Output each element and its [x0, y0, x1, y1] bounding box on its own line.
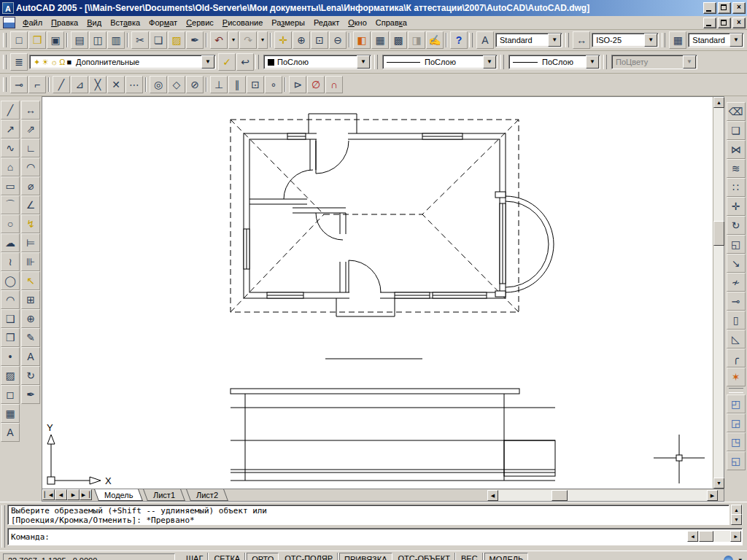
- cut-button[interactable]: ✂: [131, 31, 149, 49]
- send-to-back-button[interactable]: ◲: [727, 413, 746, 432]
- toolbar-grip[interactable]: [500, 55, 504, 69]
- dim-baseline-button[interactable]: ⊨: [21, 233, 40, 252]
- paste-button[interactable]: ▨: [168, 31, 185, 49]
- toggle-otrack[interactable]: ОТС-ОБЪЕКТ: [394, 553, 455, 560]
- dim-edit-button[interactable]: ✎: [21, 328, 40, 347]
- help-button[interactable]: ?: [450, 31, 468, 49]
- snap-node-button[interactable]: ∘: [265, 76, 282, 93]
- snap-from-button[interactable]: ⌐: [28, 76, 46, 93]
- dim-diameter-button[interactable]: ⌀: [21, 176, 40, 195]
- publish-button[interactable]: ▥: [107, 31, 125, 49]
- toolbar-grip[interactable]: [3, 55, 7, 69]
- toolbar-grip[interactable]: [662, 33, 665, 47]
- temp-track-point-button[interactable]: ⊸: [10, 76, 28, 93]
- chamfer-button[interactable]: ◺: [727, 330, 746, 349]
- dim-style-button[interactable]: ✒: [21, 385, 40, 404]
- menu-dimension[interactable]: Размеры: [267, 17, 309, 28]
- arc-button[interactable]: ⌒: [1, 195, 20, 214]
- restore-button[interactable]: [718, 2, 731, 14]
- chevron-down-icon[interactable]: ▼: [357, 55, 370, 69]
- toggle-osnap[interactable]: ПРИВЯЗКА: [339, 553, 392, 560]
- layer-previous-button[interactable]: ↩: [236, 53, 254, 71]
- save-button[interactable]: ▣: [47, 31, 64, 49]
- snap-none-button[interactable]: ∅: [307, 76, 325, 93]
- lineweight-combo[interactable]: ПоСлою ▼: [508, 55, 600, 69]
- properties-button[interactable]: ◧: [353, 31, 371, 49]
- print-button[interactable]: ▤: [71, 31, 88, 49]
- polygon-button[interactable]: ⌂: [1, 158, 20, 176]
- move-button[interactable]: ✛: [727, 197, 746, 216]
- print-preview-button[interactable]: ◫: [89, 31, 107, 49]
- revcloud-button[interactable]: ☁: [1, 233, 20, 252]
- tab-layout2[interactable]: Лист2: [186, 489, 228, 501]
- horizontal-scrollbar[interactable]: ◀ ▶: [487, 490, 718, 501]
- mdi-minimize-button[interactable]: [703, 18, 716, 28]
- command-scroll-thumb[interactable]: [699, 531, 713, 542]
- array-button[interactable]: ∷: [727, 178, 746, 197]
- chevron-down-icon[interactable]: ▼: [548, 34, 561, 47]
- toolbar-grip[interactable]: [603, 55, 607, 69]
- drawing-canvas[interactable]: Y X: [42, 97, 713, 489]
- layer-manager-button[interactable]: ≣: [10, 53, 28, 71]
- fillet-button[interactable]: ╭: [727, 349, 746, 368]
- table-style-combo[interactable]: Standard ▼: [688, 33, 744, 47]
- command-input[interactable]: Команда: ◀ ▶: [7, 528, 743, 545]
- rectangle-button[interactable]: ▭: [1, 176, 20, 195]
- status-bar-menu-arrow[interactable]: ▾: [736, 556, 744, 560]
- toggle-ortho[interactable]: ОРТО: [247, 553, 279, 560]
- new-file-button[interactable]: □: [10, 31, 28, 49]
- point-button[interactable]: •: [1, 347, 20, 366]
- toolbar-grip[interactable]: [3, 77, 7, 92]
- color-combo[interactable]: ПоСлою ▼: [263, 55, 371, 69]
- menu-tools[interactable]: Сервис: [182, 17, 218, 28]
- line-button[interactable]: ╱: [1, 101, 20, 120]
- toolbar-grip[interactable]: [374, 55, 378, 69]
- region-button[interactable]: ◻: [1, 385, 20, 404]
- tab-model[interactable]: Модель: [94, 489, 143, 501]
- toolbar-grip[interactable]: [255, 55, 259, 69]
- redo-dropdown[interactable]: ▾: [258, 31, 268, 49]
- vertical-scrollbar[interactable]: ▲ ▼: [713, 97, 724, 489]
- coordinates-display[interactable]: 22.7067, 1.1205 , 0.0000: [3, 553, 175, 560]
- snap-endpoint-button[interactable]: ╱: [53, 76, 70, 93]
- dim-continue-button[interactable]: ⊪: [21, 252, 40, 271]
- linetype-combo[interactable]: ПоСлою ▼: [382, 55, 498, 69]
- rotate-button[interactable]: ↻: [727, 216, 746, 235]
- dim-text-edit-button[interactable]: A: [21, 347, 40, 366]
- tab-layout1[interactable]: Лист1: [144, 489, 186, 501]
- ellipse-arc-button[interactable]: ◠: [1, 290, 20, 309]
- dim-aligned-button[interactable]: ⇗: [21, 120, 40, 139]
- chevron-down-icon[interactable]: ▼: [201, 55, 214, 69]
- copy-button[interactable]: ❏: [727, 121, 746, 140]
- menu-insert[interactable]: Вставка: [106, 17, 144, 28]
- tolerance-button[interactable]: ⊞: [21, 290, 40, 309]
- osnap-settings-button[interactable]: ∩: [325, 76, 343, 93]
- menu-edit[interactable]: Правка: [47, 17, 82, 28]
- snap-intersection-button[interactable]: ╳: [89, 76, 107, 93]
- undo-dropdown[interactable]: ▾: [228, 31, 239, 49]
- snap-apparent-intersection-button[interactable]: ✕: [107, 76, 125, 93]
- snap-nearest-button[interactable]: ⊳: [289, 76, 306, 93]
- menu-view[interactable]: Вид: [82, 17, 106, 28]
- toggle-grid[interactable]: СЕТКА: [209, 553, 245, 560]
- designcenter-button[interactable]: ▦: [371, 31, 389, 49]
- erase-button[interactable]: ⌫: [727, 102, 746, 121]
- make-layer-current-button[interactable]: ✓: [218, 53, 236, 71]
- menu-file[interactable]: Файл: [18, 17, 47, 28]
- menu-format[interactable]: Формат: [144, 17, 182, 28]
- scroll-left-button[interactable]: ◀: [487, 490, 498, 501]
- polyline-button[interactable]: ∿: [1, 139, 20, 158]
- snap-extension-button[interactable]: ⋯: [125, 76, 143, 93]
- chevron-down-icon[interactable]: ▼: [483, 55, 496, 69]
- scale-button[interactable]: ◱: [727, 235, 746, 254]
- mdi-restore-button[interactable]: [718, 18, 731, 28]
- match-properties-button[interactable]: ✒: [186, 31, 204, 49]
- close-button[interactable]: ×: [732, 2, 746, 14]
- command-horizontal-scrollbar[interactable]: ◀ ▶: [687, 531, 741, 542]
- horizontal-scroll-thumb[interactable]: [551, 490, 568, 501]
- extend-button[interactable]: ⊸: [727, 292, 746, 311]
- dim-style-combo[interactable]: ISO-25 ▼: [592, 33, 659, 47]
- copy-button[interactable]: ❏: [150, 31, 167, 49]
- menu-modify[interactable]: Редакт: [309, 17, 344, 28]
- center-mark-button[interactable]: ⊕: [21, 309, 40, 328]
